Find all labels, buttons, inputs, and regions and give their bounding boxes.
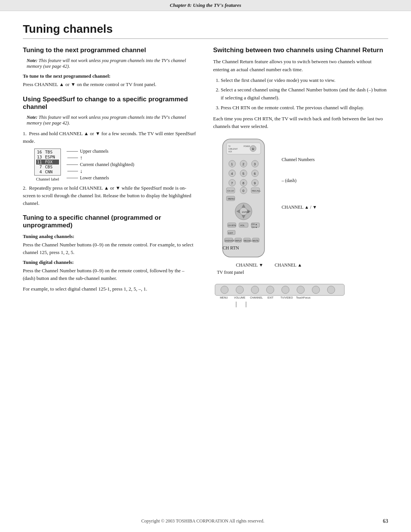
diagram-labels: Upper channels ↑ Current channel (highli… — [67, 149, 134, 181]
svg-text:RECALL: RECALL — [244, 240, 252, 242]
note-text: This feature will not work unless you pr… — [27, 58, 186, 69]
section1-note: Note: This feature will not work unless … — [27, 58, 198, 69]
svg-text:CH ▼: CH ▼ — [252, 226, 257, 228]
svg-text:TV/VIDEO: TV/VIDEO — [280, 296, 293, 299]
section-tuning-next: Tuning to the next programmed channel No… — [23, 46, 198, 89]
note-bold: Note: — [27, 58, 37, 63]
svg-text:9: 9 — [254, 181, 256, 185]
channel-return-intro: The Channel Return feature allows you to… — [213, 58, 388, 73]
dash-label: – (dash) — [282, 178, 317, 184]
channel-up-connector — [246, 302, 246, 307]
footer-copyright: Copyright © 2003 TOSHIBA CORPORATION All… — [23, 518, 383, 524]
section2-step2: 2. Repeatedly press or hold CHANNEL ▲ or… — [23, 184, 198, 207]
left-column: Tuning to the next programmed channel No… — [23, 46, 198, 307]
channel-row-16: 16TBS — [37, 150, 58, 155]
arrow-up-indicator: ↑ — [67, 155, 134, 161]
remote-label-area: Channel Numbers – (dash) CHANNEL ▲ / ▼ — [282, 137, 317, 214]
analog-text: Press the Channel Number buttons (0–9) o… — [23, 241, 198, 256]
svg-text:7: 7 — [231, 181, 233, 185]
section1-subheading: To tune to the next programmed channel: — [23, 73, 198, 79]
step-2: Select a second channel using the Channe… — [221, 86, 388, 102]
step-1: Select the first channel (or video mode)… — [221, 77, 388, 85]
svg-point-64 — [297, 286, 304, 294]
section2-step1: 1. Press and hold CHANNEL ▲ or ▼ for a f… — [23, 130, 198, 145]
channel-row-11-highlighted: 11FOX — [36, 160, 59, 165]
tv-panel-svg: MENU VOLUME CHANNEL EXIT TV/VIDEO TouchF… — [213, 276, 346, 299]
remote-svg-container: TV CABLE/SAT VCR POWER ⏻ 1 2 3 — [213, 137, 274, 268]
channel-updown-label: CHANNEL ▲ / ▼ — [282, 204, 317, 210]
channel-down-label: CHANNEL ▼ — [236, 262, 263, 268]
section-speedsurf: Using SpeedSurf to change to a specific … — [23, 96, 198, 207]
tv-front-panel-label: TV front panel — [217, 270, 388, 275]
section1-title: Tuning to the next programmed channel — [23, 46, 198, 54]
svg-text:POWER: POWER — [244, 145, 250, 147]
svg-text:2: 2 — [242, 162, 244, 166]
svg-text:1: 1 — [231, 162, 233, 166]
channel-return-steps: Select the first channel (or video mode)… — [221, 77, 388, 112]
section-specific-channel: Tuning to a specific channel (programmed… — [23, 214, 198, 293]
lower-channels-label: Lower channels — [67, 175, 134, 181]
channel-row-13: 13ESPN — [37, 155, 58, 160]
section2-note: Note: This feature will not work unless … — [27, 115, 198, 126]
svg-point-63 — [282, 286, 289, 294]
channel-row-4: 4CNN — [37, 169, 58, 174]
svg-text:8: 8 — [242, 181, 244, 185]
section-channel-return: Switching between two channels using Cha… — [213, 46, 388, 130]
svg-text:CH RTN: CH RTN — [228, 224, 236, 227]
svg-text:VOL: VOL — [240, 224, 245, 227]
svg-point-66 — [327, 286, 335, 294]
svg-text:MENU: MENU — [220, 296, 228, 299]
section1-body: Press CHANNEL ▲ or ▼ on the remote contr… — [23, 81, 198, 88]
svg-text:MUTE: MUTE — [253, 240, 259, 242]
channel-numbers-label: Channel Numbers — [282, 157, 317, 163]
header-text: Chapter 8: Using the TV's features — [170, 2, 241, 8]
svg-text:3: 3 — [254, 162, 256, 166]
svg-text:MENU: MENU — [228, 198, 235, 200]
svg-rect-58 — [215, 284, 344, 296]
remote-svg: TV CABLE/SAT VCR POWER ⏻ 1 2 3 — [213, 137, 274, 267]
tv-panel-channel-labels: CHANNEL ▼ CHANNEL ▲ — [236, 262, 388, 268]
page-title: Tuning channels — [23, 22, 388, 39]
svg-text:0: 0 — [242, 189, 244, 193]
channel-down-connector — [236, 302, 236, 307]
footer-page-number: 63 — [383, 518, 388, 524]
tv-panel-section: CHANNEL ▼ CHANNEL ▲ TV front panel — [213, 262, 388, 307]
upper-channels-label: Upper channels — [67, 149, 134, 154]
svg-point-62 — [266, 286, 274, 294]
svg-text:ENTER: ENTER — [242, 211, 249, 213]
channel-up-label: CHANNEL ▲ — [275, 262, 302, 268]
channel-label-text: Channel label — [36, 177, 59, 181]
channel-list-box: 16TBS 13ESPN 11FOX 7CBS 4CNN — [34, 149, 61, 176]
svg-text:INPUT: INPUT — [235, 240, 242, 242]
svg-text:5: 5 — [242, 172, 244, 176]
svg-text:CABLE/SAT: CABLE/SAT — [228, 148, 238, 150]
svg-text:EXIT: EXIT — [268, 296, 274, 299]
svg-point-61 — [251, 286, 259, 294]
section3-title: Tuning to a specific channel (programmed… — [23, 214, 198, 230]
svg-point-65 — [312, 286, 320, 294]
arrow-down-indicator: ↓ — [67, 168, 134, 174]
svg-text:VOLUME: VOLUME — [234, 296, 245, 299]
current-channel-label: Current channel (highlighted) — [67, 162, 134, 168]
page-header: Chapter 8: Using the TV's features — [0, 0, 411, 11]
svg-text:TouchFocus: TouchFocus — [296, 296, 311, 299]
svg-text:4: 4 — [231, 172, 233, 176]
channel-row-7: 7CBS — [37, 165, 58, 169]
channel-arrow-connectors — [236, 302, 388, 307]
right-column: Switching between two channels using Cha… — [213, 46, 388, 307]
section-right-title: Switching between two channels using Cha… — [213, 46, 388, 54]
svg-point-60 — [236, 286, 244, 294]
svg-text:VCR: VCR — [228, 151, 232, 153]
svg-point-59 — [221, 286, 228, 294]
analog-heading: Tuning analog channels: — [23, 233, 198, 240]
svg-text:CH.10: CH.10 — [227, 190, 234, 192]
digital-example: For example, to select digital channel 1… — [23, 285, 198, 293]
svg-text:DVD/VCR: DVD/VCR — [225, 240, 234, 242]
svg-text:6: 6 — [254, 172, 256, 176]
page-footer: Copyright © 2003 TOSHIBA CORPORATION All… — [0, 518, 411, 524]
digital-text: Press the Channel Number buttons (0–9) o… — [23, 267, 198, 282]
digital-heading: Tuning digital channels: — [23, 259, 198, 265]
svg-text:TV: TV — [228, 145, 231, 147]
svg-text:EXIT: EXIT — [228, 232, 233, 234]
speedsurf-diagram: 16TBS 13ESPN 11FOX 7CBS 4CNN Channel lab… — [34, 149, 198, 181]
